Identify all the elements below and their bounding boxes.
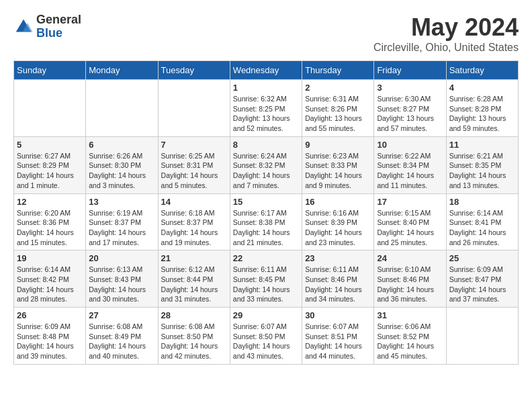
calendar-cell: 3Sunrise: 6:30 AMSunset: 8:27 PMDaylight…: [374, 80, 446, 137]
day-header-saturday: Saturday: [446, 61, 518, 80]
day-number: 9: [305, 140, 371, 150]
calendar-cell: 17Sunrise: 6:15 AMSunset: 8:40 PMDayligh…: [374, 193, 446, 250]
day-number: 5: [17, 140, 83, 150]
calendar-cell: [14, 80, 86, 137]
day-info: Sunrise: 6:08 AMSunset: 8:50 PMDaylight:…: [161, 322, 227, 361]
day-info: Sunrise: 6:11 AMSunset: 8:46 PMDaylight:…: [305, 265, 371, 304]
calendar-cell: 23Sunrise: 6:11 AMSunset: 8:46 PMDayligh…: [302, 250, 374, 308]
day-header-wednesday: Wednesday: [230, 61, 302, 80]
day-info: Sunrise: 6:12 AMSunset: 8:44 PMDaylight:…: [161, 265, 227, 304]
day-number: 17: [377, 197, 443, 207]
calendar-header-row: SundayMondayTuesdayWednesdayThursdayFrid…: [14, 61, 519, 80]
day-info: Sunrise: 6:13 AMSunset: 8:43 PMDaylight:…: [89, 265, 154, 304]
day-number: 24: [377, 253, 443, 263]
page-header: General Blue May 2024 Circleville, Ohio,…: [13, 13, 519, 54]
day-number: 11: [449, 140, 515, 150]
day-info: Sunrise: 6:06 AMSunset: 8:52 PMDaylight:…: [377, 322, 443, 361]
calendar-cell: 8Sunrise: 6:24 AMSunset: 8:32 PMDaylight…: [230, 136, 302, 193]
calendar-cell: 27Sunrise: 6:08 AMSunset: 8:49 PMDayligh…: [86, 308, 158, 365]
title-area: May 2024 Circleville, Ohio, United State…: [373, 13, 519, 54]
calendar-cell: 5Sunrise: 6:27 AMSunset: 8:29 PMDaylight…: [14, 136, 86, 193]
calendar-cell: 31Sunrise: 6:06 AMSunset: 8:52 PMDayligh…: [374, 308, 446, 365]
day-info: Sunrise: 6:19 AMSunset: 8:37 PMDaylight:…: [89, 208, 154, 248]
day-info: Sunrise: 6:17 AMSunset: 8:38 PMDaylight:…: [233, 208, 299, 248]
day-info: Sunrise: 6:31 AMSunset: 8:26 PMDaylight:…: [305, 94, 371, 134]
calendar-cell: 10Sunrise: 6:22 AMSunset: 8:34 PMDayligh…: [374, 136, 446, 193]
day-header-thursday: Thursday: [302, 61, 374, 80]
calendar-cell: 25Sunrise: 6:09 AMSunset: 8:47 PMDayligh…: [446, 250, 518, 308]
calendar-cell: 6Sunrise: 6:26 AMSunset: 8:30 PMDaylight…: [86, 136, 158, 193]
day-info: Sunrise: 6:27 AMSunset: 8:29 PMDaylight:…: [17, 151, 83, 191]
day-info: Sunrise: 6:28 AMSunset: 8:28 PMDaylight:…: [449, 94, 515, 134]
calendar-cell: [446, 308, 518, 365]
day-number: 10: [377, 140, 443, 150]
calendar-cell: 4Sunrise: 6:28 AMSunset: 8:28 PMDaylight…: [446, 80, 518, 137]
calendar-cell: 21Sunrise: 6:12 AMSunset: 8:44 PMDayligh…: [158, 250, 230, 308]
day-number: 1: [233, 83, 299, 93]
day-info: Sunrise: 6:25 AMSunset: 8:31 PMDaylight:…: [161, 151, 227, 191]
calendar-cell: 12Sunrise: 6:20 AMSunset: 8:36 PMDayligh…: [14, 193, 86, 250]
day-number: 12: [17, 197, 83, 207]
day-number: 3: [377, 83, 443, 93]
logo-general: General: [36, 13, 81, 27]
day-number: 6: [89, 140, 154, 150]
calendar-table: SundayMondayTuesdayWednesdayThursdayFrid…: [13, 60, 519, 365]
calendar-cell: 9Sunrise: 6:23 AMSunset: 8:33 PMDaylight…: [302, 136, 374, 193]
calendar-cell: 14Sunrise: 6:18 AMSunset: 8:37 PMDayligh…: [158, 193, 230, 250]
calendar-cell: [86, 80, 158, 137]
day-header-tuesday: Tuesday: [158, 61, 230, 80]
day-info: Sunrise: 6:32 AMSunset: 8:25 PMDaylight:…: [233, 94, 299, 134]
day-number: 30: [305, 310, 371, 320]
day-number: 4: [449, 83, 515, 93]
calendar-cell: 2Sunrise: 6:31 AMSunset: 8:26 PMDaylight…: [302, 80, 374, 137]
day-number: 29: [233, 310, 299, 320]
day-number: 16: [305, 197, 371, 207]
calendar-cell: 28Sunrise: 6:08 AMSunset: 8:50 PMDayligh…: [158, 308, 230, 365]
day-number: 8: [233, 140, 299, 150]
logo-text: General Blue: [36, 13, 81, 40]
day-info: Sunrise: 6:30 AMSunset: 8:27 PMDaylight:…: [377, 94, 443, 134]
day-number: 19: [17, 253, 83, 263]
calendar-cell: 11Sunrise: 6:21 AMSunset: 8:35 PMDayligh…: [446, 136, 518, 193]
calendar-cell: 16Sunrise: 6:16 AMSunset: 8:39 PMDayligh…: [302, 193, 374, 250]
day-number: 28: [161, 310, 227, 320]
logo: General Blue: [13, 13, 81, 40]
day-number: 23: [305, 253, 371, 263]
day-info: Sunrise: 6:22 AMSunset: 8:34 PMDaylight:…: [377, 151, 443, 191]
day-info: Sunrise: 6:07 AMSunset: 8:51 PMDaylight:…: [305, 322, 371, 361]
day-info: Sunrise: 6:23 AMSunset: 8:33 PMDaylight:…: [305, 151, 371, 191]
day-number: 22: [233, 253, 299, 263]
day-info: Sunrise: 6:21 AMSunset: 8:35 PMDaylight:…: [449, 151, 515, 191]
logo-icon: [13, 17, 34, 37]
day-header-friday: Friday: [374, 61, 446, 80]
calendar-week-2: 5Sunrise: 6:27 AMSunset: 8:29 PMDaylight…: [14, 136, 519, 193]
day-info: Sunrise: 6:11 AMSunset: 8:45 PMDaylight:…: [233, 265, 299, 304]
day-info: Sunrise: 6:08 AMSunset: 8:49 PMDaylight:…: [89, 322, 154, 361]
day-info: Sunrise: 6:15 AMSunset: 8:40 PMDaylight:…: [377, 208, 443, 248]
day-header-sunday: Sunday: [14, 61, 86, 80]
day-header-monday: Monday: [86, 61, 158, 80]
calendar-cell: 26Sunrise: 6:09 AMSunset: 8:48 PMDayligh…: [14, 308, 86, 365]
day-number: 18: [449, 197, 515, 207]
calendar-cell: 29Sunrise: 6:07 AMSunset: 8:50 PMDayligh…: [230, 308, 302, 365]
day-number: 2: [305, 83, 371, 93]
main-title: May 2024: [373, 13, 519, 42]
day-info: Sunrise: 6:07 AMSunset: 8:50 PMDaylight:…: [233, 322, 299, 361]
calendar-cell: 18Sunrise: 6:14 AMSunset: 8:41 PMDayligh…: [446, 193, 518, 250]
calendar-cell: 19Sunrise: 6:14 AMSunset: 8:42 PMDayligh…: [14, 250, 86, 308]
day-info: Sunrise: 6:10 AMSunset: 8:46 PMDaylight:…: [377, 265, 443, 304]
day-number: 21: [161, 253, 227, 263]
calendar-week-1: 1Sunrise: 6:32 AMSunset: 8:25 PMDaylight…: [14, 80, 519, 137]
calendar-cell: 22Sunrise: 6:11 AMSunset: 8:45 PMDayligh…: [230, 250, 302, 308]
day-number: 14: [161, 197, 227, 207]
logo-blue: Blue: [36, 27, 81, 40]
day-number: 31: [377, 310, 443, 320]
calendar-cell: 20Sunrise: 6:13 AMSunset: 8:43 PMDayligh…: [86, 250, 158, 308]
day-info: Sunrise: 6:18 AMSunset: 8:37 PMDaylight:…: [161, 208, 227, 248]
calendar-cell: 1Sunrise: 6:32 AMSunset: 8:25 PMDaylight…: [230, 80, 302, 137]
calendar-week-4: 19Sunrise: 6:14 AMSunset: 8:42 PMDayligh…: [14, 250, 519, 308]
calendar-cell: 7Sunrise: 6:25 AMSunset: 8:31 PMDaylight…: [158, 136, 230, 193]
day-info: Sunrise: 6:16 AMSunset: 8:39 PMDaylight:…: [305, 208, 371, 248]
day-info: Sunrise: 6:20 AMSunset: 8:36 PMDaylight:…: [17, 208, 83, 248]
day-number: 7: [161, 140, 227, 150]
